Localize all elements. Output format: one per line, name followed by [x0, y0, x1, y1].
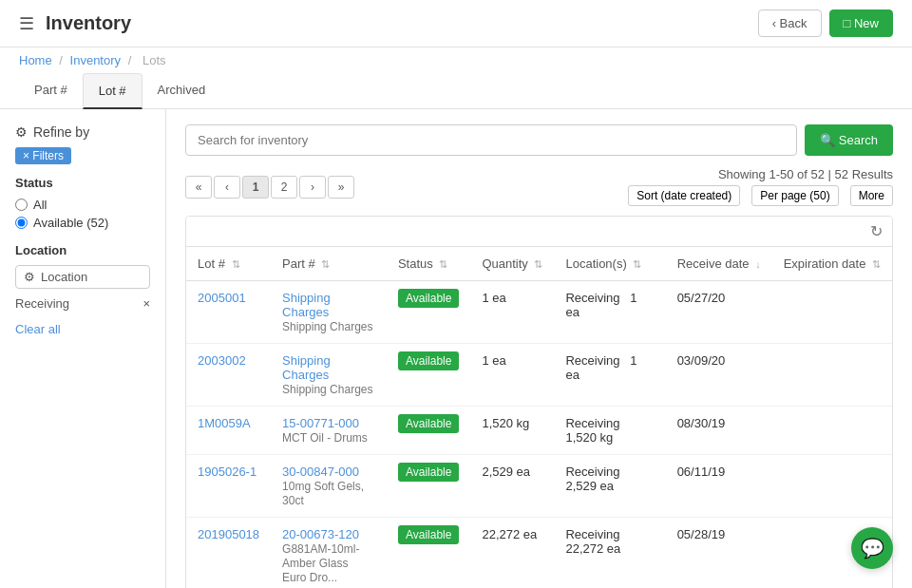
status-all-label: All	[33, 198, 47, 212]
lot-link-4[interactable]: 201905018	[198, 527, 259, 541]
cell-part-0: Shipping Charges Shipping Charges	[271, 281, 387, 344]
cell-quantity-3: 2,529 ea	[470, 455, 554, 518]
funnel-icon: ⚙	[24, 270, 35, 284]
cell-status-2: Available	[387, 407, 470, 455]
breadcrumb: Home / Inventory / Lots	[0, 47, 912, 73]
part-sub-3: 10mg Soft Gels, 30ct	[282, 480, 364, 507]
cell-lot-0: 2005001	[186, 281, 271, 344]
tabs: Part # Lot # Archived	[0, 73, 912, 109]
status-badge-2: Available	[398, 414, 459, 433]
col-part: Part # ⇅	[271, 247, 387, 281]
status-all-radio[interactable]	[15, 199, 28, 211]
pagination-controls: « ‹ 1 2 › »	[185, 176, 354, 199]
table-row: 201905018 20-00673-120 G881AM-10ml-Amber…	[186, 518, 892, 589]
page-2-button[interactable]: 2	[271, 176, 297, 199]
part-link-4[interactable]: 20-00673-120	[282, 527, 375, 541]
part-link-0[interactable]: Shipping Charges	[282, 291, 375, 319]
cell-exp-date-3	[772, 455, 892, 518]
status-all-option[interactable]: All	[15, 198, 150, 212]
chat-bubble[interactable]: 💬	[851, 527, 893, 569]
lot-link-1[interactable]: 2003002	[198, 353, 246, 368]
status-available-option[interactable]: Available (52)	[15, 216, 150, 230]
sort-controls: Sort (date created) Per page (50) More	[628, 185, 893, 206]
cell-receive-date-2: 08/30/19	[666, 407, 772, 455]
search-button-label: Search	[839, 133, 878, 147]
tab-archived[interactable]: Archived	[142, 73, 221, 109]
cell-lot-4: 201905018	[186, 518, 271, 589]
part-sub-0: Shipping Charges	[282, 320, 372, 333]
search-bar: 🔍 Search	[185, 124, 893, 156]
main-layout: ⚙ Refine by × Filters Status All Availab…	[0, 109, 912, 588]
col-lot: Lot # ⇅	[186, 247, 271, 281]
cell-status-4: Available	[387, 518, 470, 589]
cell-receive-date-3: 06/11/19	[666, 455, 772, 518]
part-link-3[interactable]: 30-00847-000	[282, 465, 375, 479]
cell-quantity-0: 1 ea	[470, 281, 554, 344]
page-first-button[interactable]: «	[185, 176, 212, 199]
col-locations: Location(s) ⇅	[554, 247, 665, 281]
back-button[interactable]: ‹ Back	[758, 9, 822, 37]
status-available-radio[interactable]	[15, 217, 28, 229]
clear-all-link[interactable]: Clear all	[15, 322, 150, 336]
inventory-table-container: ↻ Lot # ⇅ Part # ⇅ Status ⇅ Quantity ⇅ L…	[185, 216, 893, 588]
refine-by-header: ⚙ Refine by	[15, 124, 150, 140]
cell-quantity-4: 22,272 ea	[470, 518, 554, 589]
receive-sort-icon[interactable]: ↓	[755, 258, 761, 270]
status-sort-icon[interactable]: ⇅	[439, 258, 447, 270]
breadcrumb-inventory[interactable]: Inventory	[70, 53, 121, 67]
filters-badge[interactable]: × Filters	[15, 147, 71, 164]
breadcrumb-sep1: /	[59, 53, 63, 67]
table-row: 2005001 Shipping Charges Shipping Charge…	[186, 281, 892, 344]
exp-sort-icon[interactable]: ⇅	[872, 258, 881, 270]
page-last-button[interactable]: »	[328, 176, 354, 199]
status-badge-1: Available	[398, 351, 459, 370]
page-prev-button[interactable]: ‹	[214, 176, 240, 199]
new-button[interactable]: □ New	[829, 9, 893, 37]
lot-sort-icon[interactable]: ⇅	[232, 258, 240, 270]
cell-status-0: Available	[387, 281, 470, 344]
lot-link-3[interactable]: 1905026-1	[198, 465, 256, 479]
lot-link-2[interactable]: 1M0059A	[198, 416, 251, 430]
cell-quantity-2: 1,520 kg	[470, 407, 554, 455]
search-input[interactable]	[185, 124, 797, 156]
filter-icon: ⚙	[15, 124, 28, 140]
page-next-button[interactable]: ›	[299, 176, 326, 199]
table-header-row: ↻	[186, 217, 892, 247]
locations-sort-icon[interactable]: ⇅	[633, 258, 641, 270]
quantity-sort-icon[interactable]: ⇅	[534, 258, 542, 270]
hamburger-icon[interactable]: ☰	[19, 13, 34, 34]
part-sub-2: MCT Oil - Drums	[282, 431, 368, 445]
cell-quantity-1: 1 ea	[470, 344, 554, 407]
lot-link-0[interactable]: 2005001	[198, 291, 246, 305]
status-badge-4: Available	[398, 525, 459, 544]
cell-location-4: Receiving 22,272 ea	[554, 518, 665, 589]
search-button[interactable]: 🔍 Search	[805, 124, 893, 156]
part-link-2[interactable]: 15-00771-000	[282, 416, 375, 430]
per-page-button[interactable]: Per page (50)	[751, 185, 838, 206]
sort-button[interactable]: Sort (date created)	[628, 185, 740, 206]
breadcrumb-home[interactable]: Home	[19, 53, 52, 67]
table-row: 1M0059A 15-00771-000 MCT Oil - Drums Ava…	[186, 407, 892, 455]
table-body: 2005001 Shipping Charges Shipping Charge…	[186, 281, 892, 589]
cell-lot-1: 2003002	[186, 344, 271, 407]
refresh-button[interactable]: ↻	[870, 222, 883, 240]
part-sort-icon[interactable]: ⇅	[321, 258, 330, 270]
page-1-button[interactable]: 1	[242, 176, 269, 199]
search-icon: 🔍	[820, 133, 835, 147]
cell-lot-2: 1M0059A	[186, 407, 271, 455]
part-sub-1: Shipping Charges	[282, 383, 372, 396]
cell-exp-date-1	[772, 344, 892, 407]
header-left: ☰ Inventory	[19, 12, 131, 34]
tab-lot[interactable]: Lot #	[83, 73, 142, 109]
cell-receive-date-0: 05/27/20	[666, 281, 772, 344]
cell-location-0: Receiving 1 ea	[554, 281, 665, 344]
pagination-info: Showing 1-50 of 52 | 52 Results	[628, 167, 893, 181]
sidebar: ⚙ Refine by × Filters Status All Availab…	[0, 109, 166, 588]
col-status: Status ⇅	[387, 247, 470, 281]
tab-part[interactable]: Part #	[19, 73, 83, 109]
more-button[interactable]: More	[850, 185, 893, 206]
location-filter-button[interactable]: ⚙ Location	[15, 265, 150, 289]
receiving-close-icon[interactable]: ×	[142, 296, 150, 311]
pagination-right: Showing 1-50 of 52 | 52 Results Sort (da…	[628, 167, 893, 206]
part-link-1[interactable]: Shipping Charges	[282, 353, 375, 382]
